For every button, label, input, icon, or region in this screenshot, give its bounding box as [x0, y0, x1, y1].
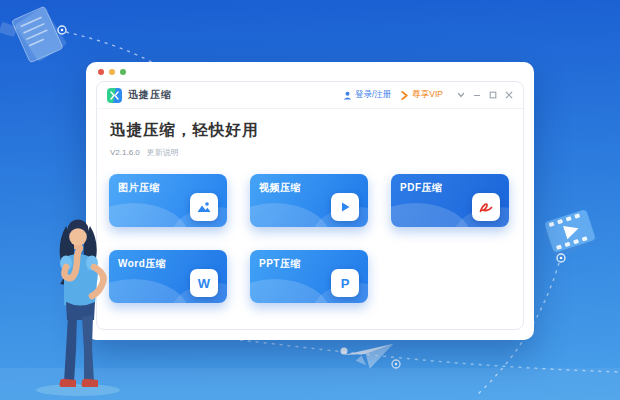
card-label: PPT压缩 [259, 257, 301, 271]
close-icon[interactable] [505, 91, 513, 99]
traffic-light-red[interactable] [98, 69, 104, 75]
login-label: 登录/注册 [355, 89, 391, 101]
chevron-down-icon[interactable] [457, 91, 465, 99]
app-surface: 迅捷压缩 登录/注册 尊享VIP [96, 81, 524, 330]
traffic-lights [98, 69, 126, 75]
card-video-compress[interactable]: 视频压缩 [250, 174, 368, 227]
word-letter: W [198, 277, 210, 290]
card-label: 视频压缩 [259, 181, 301, 195]
app-window: 迅捷压缩 登录/注册 尊享VIP [86, 62, 534, 340]
page-title: 迅捷压缩，轻快好用 [110, 120, 510, 141]
dashed-curve-bottom [240, 340, 620, 372]
feature-card-grid: 图片压缩 视频压缩 PDF压缩 [97, 162, 523, 303]
shadow [36, 384, 120, 396]
user-icon [343, 91, 352, 100]
image-icon [190, 193, 218, 221]
card-label: 图片压缩 [118, 181, 160, 195]
document-icon [12, 4, 70, 66]
maximize-icon[interactable] [489, 91, 497, 99]
ppt-letter: P [341, 277, 350, 290]
window-controls [457, 91, 513, 99]
paper-plane-icon [342, 337, 393, 371]
vip-button[interactable]: 尊享VIP [400, 89, 443, 101]
ppt-icon: P [331, 269, 359, 297]
word-icon: W [190, 269, 218, 297]
card-label: PDF压缩 [400, 181, 443, 195]
traffic-light-green[interactable] [120, 69, 126, 75]
app-titlebar: 迅捷压缩 登录/注册 尊享VIP [97, 82, 523, 109]
traffic-light-yellow[interactable] [109, 69, 115, 75]
version-note-link[interactable]: 更新说明 [147, 147, 179, 158]
card-ppt-compress[interactable]: PPT压缩 P [250, 250, 368, 303]
play-icon [331, 193, 359, 221]
app-title: 迅捷压缩 [128, 88, 172, 102]
film-icon [540, 209, 599, 261]
pdf-icon [472, 193, 500, 221]
vip-label: 尊享VIP [412, 89, 443, 101]
card-pdf-compress[interactable]: PDF压缩 [391, 174, 509, 227]
login-button[interactable]: 登录/注册 [343, 89, 391, 101]
node-dot-bottom [341, 348, 348, 355]
node-ring-top [58, 26, 66, 34]
node-ring-bottom [392, 360, 400, 368]
minimize-icon[interactable] [473, 91, 481, 99]
app-logo-icon [107, 88, 122, 103]
vip-arrow-icon [400, 91, 409, 100]
version-label: V2.1.6.0 [110, 148, 140, 157]
woman-illustration [24, 212, 136, 398]
